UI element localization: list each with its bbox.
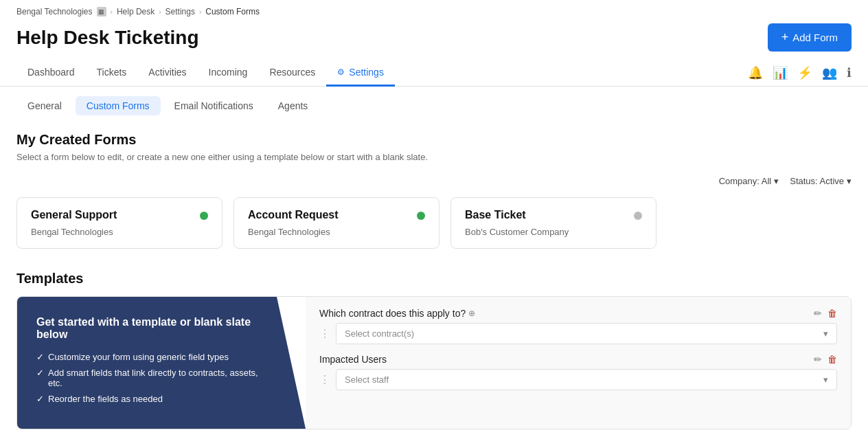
diagram-icon[interactable]: ⚡	[797, 65, 812, 80]
subtab-agents[interactable]: Agents	[267, 96, 319, 115]
breadcrumb-helpdesk[interactable]: Help Desk	[117, 7, 155, 16]
breadcrumb-bengal[interactable]: Bengal Technologies	[16, 7, 93, 16]
tab-tickets[interactable]: Tickets	[86, 60, 138, 87]
plus-icon: +	[781, 30, 789, 45]
staff-placeholder: Select staff	[345, 374, 389, 385]
drag-handle-users[interactable]: ⋮	[319, 373, 330, 386]
status-dot-green	[200, 212, 208, 220]
status-filter[interactable]: Status: Active ▾	[790, 176, 852, 186]
company-filter[interactable]: Company: All ▾	[719, 176, 779, 186]
breadcrumb-customforms[interactable]: Custom Forms	[205, 7, 260, 16]
form-card-base-ticket[interactable]: Base Ticket Bob's Customer Company	[450, 197, 656, 249]
template-left-title: Get started with a template or blank sla…	[36, 316, 264, 341]
breadcrumb-chevron1: ›	[111, 8, 113, 16]
status-dot-gray	[634, 212, 642, 220]
field-header-contract: Which contract does this apply to? ⊕ ✏ 🗑	[319, 308, 837, 319]
staff-select[interactable]: Select staff ▾	[336, 369, 837, 390]
company-chevron-icon: ▾	[774, 176, 779, 186]
field-header-users: Impacted Users ✏ 🗑	[319, 354, 837, 365]
status-filter-label: Status: Active	[790, 176, 844, 186]
select-chevron-icon: ▾	[823, 328, 828, 339]
form-card-header: General Support	[31, 209, 208, 221]
breadcrumb: Bengal Technologies ▦ › Help Desk › Sett…	[0, 0, 868, 21]
gear-icon: ⚙	[337, 67, 345, 77]
delete-icon-contract[interactable]: 🗑	[827, 308, 837, 319]
template-item-label-1: Customize your form using generic field …	[48, 352, 229, 362]
field-plus-icon[interactable]: ⊕	[468, 309, 475, 318]
breadcrumb-chevron3: ›	[199, 8, 201, 16]
filter-row: Company: All ▾ Status: Active ▾	[16, 176, 852, 186]
tab-activities[interactable]: Activities	[137, 60, 197, 87]
header: Help Desk Ticketing + Add Form	[0, 21, 868, 60]
content: My Created Forms Select a form below to …	[0, 115, 868, 429]
subtab-email-notifications[interactable]: Email Notifications	[163, 96, 264, 115]
status-dot-green	[417, 212, 425, 220]
select-chevron-icon-users: ▾	[823, 374, 828, 385]
status-chevron-icon: ▾	[847, 176, 852, 186]
form-company: Bengal Technologies	[31, 227, 208, 237]
form-card-header: Base Ticket	[465, 209, 642, 221]
form-company: Bob's Customer Company	[465, 227, 642, 237]
created-forms-desc: Select a form below to edit, or create a…	[16, 152, 852, 162]
tab-incoming[interactable]: Incoming	[198, 60, 259, 87]
template-item-label-3: Reorder the fields as needed	[48, 394, 163, 404]
nav-icons: 🔔 📊 ⚡ 👥 ℹ	[748, 65, 852, 80]
template-field-impacted-users: Impacted Users ✏ 🗑 ⋮ Select staff ▾	[319, 354, 837, 390]
form-name: General Support	[31, 209, 117, 221]
check-icon-3: ✓	[36, 394, 44, 404]
template-item-3: ✓ Reorder the fields as needed	[36, 394, 264, 404]
template-item-1: ✓ Customize your form using generic fiel…	[36, 352, 264, 362]
form-card-general-support[interactable]: General Support Bengal Technologies	[16, 197, 222, 249]
subtab-custom-forms[interactable]: Custom Forms	[76, 96, 161, 115]
tab-dashboard[interactable]: Dashboard	[16, 60, 86, 87]
form-card-account-request[interactable]: Account Request Bengal Technologies	[233, 197, 439, 249]
form-name: Account Request	[248, 209, 339, 221]
field-label-contract: Which contract does this apply to? ⊕	[319, 308, 475, 319]
edit-icon-contract[interactable]: ✏	[814, 308, 822, 319]
delete-icon-users[interactable]: 🗑	[827, 354, 837, 365]
check-icon-1: ✓	[36, 352, 44, 362]
chart-icon[interactable]: 📊	[773, 65, 788, 80]
main-nav: Dashboard Tickets Activities Incoming Re…	[0, 60, 868, 87]
nav-tabs: Dashboard Tickets Activities Incoming Re…	[16, 60, 395, 86]
company-filter-label: Company: All	[719, 176, 772, 186]
contract-select[interactable]: Select contract(s) ▾	[336, 323, 837, 344]
page-title: Help Desk Ticketing	[16, 27, 199, 49]
add-form-button[interactable]: + Add Form	[768, 23, 852, 52]
field-label-users: Impacted Users	[319, 354, 387, 365]
check-icon-2: ✓	[36, 368, 44, 378]
users-icon[interactable]: 👥	[822, 65, 837, 80]
tab-settings-label: Settings	[349, 67, 384, 78]
form-name: Base Ticket	[465, 209, 526, 221]
db-icon: ▦	[97, 7, 106, 16]
add-form-label: Add Form	[792, 32, 838, 43]
sub-nav: General Custom Forms Email Notifications…	[0, 87, 868, 115]
form-cards: General Support Bengal Technologies Acco…	[16, 197, 852, 249]
form-card-header: Account Request	[248, 209, 425, 221]
field-actions-users: ✏ 🗑	[814, 354, 837, 365]
created-forms-title: My Created Forms	[16, 132, 852, 148]
template-field-contract: Which contract does this apply to? ⊕ ✏ 🗑…	[319, 308, 837, 344]
template-right-panel: Which contract does this apply to? ⊕ ✏ 🗑…	[306, 297, 851, 429]
tab-settings[interactable]: ⚙ Settings	[326, 60, 395, 87]
subtab-general[interactable]: General	[16, 96, 73, 115]
breadcrumb-settings[interactable]: Settings	[165, 7, 195, 16]
drag-handle-contract[interactable]: ⋮	[319, 327, 330, 340]
bell-icon[interactable]: 🔔	[748, 65, 763, 80]
field-actions-contract: ✏ 🗑	[814, 308, 837, 319]
info-icon[interactable]: ℹ	[847, 65, 852, 80]
edit-icon-users[interactable]: ✏	[814, 354, 822, 365]
field-row-users: ⋮ Select staff ▾	[319, 369, 837, 390]
tab-resources[interactable]: Resources	[258, 60, 326, 87]
field-label-text: Which contract does this apply to?	[319, 308, 466, 319]
template-item-2: ✓ Add smart fields that link directly to…	[36, 368, 264, 388]
templates-container: Get started with a template or blank sla…	[16, 296, 852, 429]
field-row-contract: ⋮ Select contract(s) ▾	[319, 323, 837, 344]
field-label-text-users: Impacted Users	[319, 354, 387, 365]
form-company: Bengal Technologies	[248, 227, 425, 237]
templates-title: Templates	[16, 271, 852, 287]
breadcrumb-chevron2: ›	[159, 8, 161, 16]
contract-placeholder: Select contract(s)	[345, 328, 414, 339]
template-item-label-2: Add smart fields that link directly to c…	[48, 368, 264, 388]
template-left-panel: Get started with a template or blank sla…	[17, 297, 306, 429]
